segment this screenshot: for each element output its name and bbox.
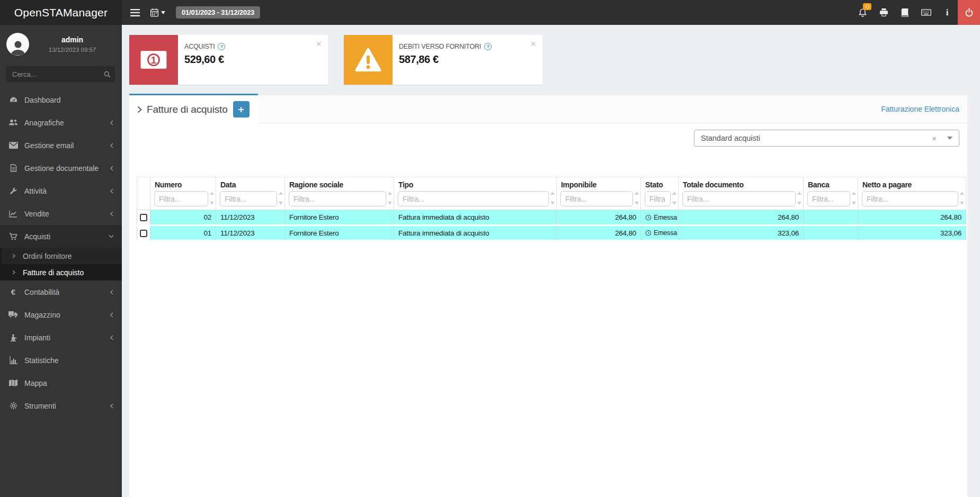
sidebar-item-anagrafiche[interactable]: Anagrafiche <box>0 111 122 134</box>
sidebar-item-acquisti[interactable]: Acquisti <box>0 225 122 248</box>
printer-icon <box>879 8 888 17</box>
sidebar-menu: Dashboard Anagrafiche Gestione email Ges… <box>0 88 122 417</box>
sort-arrows-icon <box>672 192 676 205</box>
chevron-left-icon <box>109 403 114 409</box>
filter-input-imponibile[interactable] <box>560 191 633 206</box>
document-icon <box>8 164 19 172</box>
sidebar-item-label: Contabilità <box>24 288 59 296</box>
cell-stato: Emessa <box>641 225 679 241</box>
sort-arrows-icon <box>960 192 964 205</box>
row-checkbox[interactable] <box>140 214 147 221</box>
sidebar-item-magazzino[interactable]: Magazzino <box>0 303 122 326</box>
gear-icon <box>8 402 19 410</box>
tab-fatture-di-acquisto[interactable]: Fatture di acquisto + <box>129 94 258 123</box>
sidebar-item-mappa[interactable]: Mappa <box>0 372 122 394</box>
search-icon <box>104 70 111 80</box>
sidebar-subitem-ordini-fornitore[interactable]: Ordini fornitore <box>2 248 122 264</box>
filter-input-banca[interactable] <box>807 191 850 206</box>
sort-arrows-icon <box>388 192 392 205</box>
page-title: Fatture di acquisto <box>147 104 228 115</box>
book-icon <box>901 8 909 17</box>
row-checkbox[interactable] <box>140 230 147 237</box>
map-icon <box>8 379 19 386</box>
chevron-left-icon <box>109 143 114 148</box>
column-header-stato[interactable]: Stato <box>641 177 679 210</box>
euro-icon: € <box>8 287 19 296</box>
sidebar-item-label: Gestione email <box>24 141 74 150</box>
chevron-left-icon <box>109 120 114 125</box>
shortcuts-button[interactable] <box>915 0 937 25</box>
sidebar-subitem-fatture-di-acquisto[interactable]: Fatture di acquisto <box>2 264 122 281</box>
sidebar-item-attivita[interactable]: Attività <box>0 179 122 202</box>
add-invoice-button[interactable]: + <box>233 101 250 118</box>
logout-button[interactable] <box>958 0 980 25</box>
date-range-badge[interactable]: 01/01/2023 - 31/12/2023 <box>176 6 260 19</box>
docs-button[interactable] <box>894 0 915 25</box>
filter-input-stato[interactable] <box>645 191 671 206</box>
sidebar-item-statistiche[interactable]: Statistiche <box>0 349 122 372</box>
sidebar-item-gestione-email[interactable]: Gestione email <box>0 134 122 157</box>
sort-arrows-icon <box>210 192 214 205</box>
filter-input-totale-documento[interactable] <box>682 191 796 206</box>
chevron-left-icon <box>109 166 114 171</box>
table-row[interactable]: 01 11/12/2023 Fornitore Estero Fattura i… <box>137 225 966 241</box>
user-panel: admin 13/12/2023 09:57 <box>0 25 122 61</box>
fatturazione-elettronica-link[interactable]: Fatturazione Elettronica <box>881 105 959 113</box>
close-icon[interactable]: × <box>530 39 536 49</box>
column-header-totale-documento[interactable]: Totale documento <box>679 177 804 210</box>
column-header-numero[interactable]: Numero <box>150 177 216 210</box>
column-header-tipo[interactable]: Tipo <box>394 177 557 210</box>
column-header-netto-a-pagare[interactable]: Netto a pagare <box>858 177 966 210</box>
column-header-imponibile[interactable]: Imponibile <box>557 177 641 210</box>
clear-icon[interactable]: × <box>932 134 937 143</box>
cell-banca <box>804 225 858 241</box>
sidebar-search-input[interactable] <box>6 66 115 82</box>
cell-stato: Emessa <box>641 210 679 225</box>
close-icon[interactable]: × <box>316 39 322 49</box>
sort-arrows-icon <box>852 192 856 205</box>
money-bill-icon: 1 <box>129 35 178 85</box>
notifications-button[interactable] <box>852 0 873 25</box>
table-row[interactable]: 02 11/12/2023 Fornitore Estero Fattura i… <box>137 210 966 225</box>
column-header-banca[interactable]: Banca <box>804 177 858 210</box>
help-icon[interactable]: ? <box>484 43 492 50</box>
calendar-dropdown-button[interactable] <box>150 8 165 17</box>
infobox-title: ACQUISTI <box>184 43 215 50</box>
filter-input-netto-a-pagare[interactable] <box>862 191 958 206</box>
info-button[interactable]: i <box>937 0 958 25</box>
sidebar-toggle-button[interactable] <box>130 9 140 16</box>
sidebar-item-label: Anagrafiche <box>24 119 64 127</box>
hamburger-icon <box>130 9 140 16</box>
truck-icon <box>8 311 19 318</box>
svg-text:1: 1 <box>151 55 156 66</box>
column-header-ragione-sociale[interactable]: Ragione sociale <box>285 177 394 210</box>
filter-input-tipo[interactable] <box>398 191 549 206</box>
sidebar-item-vendite[interactable]: Vendite <box>0 202 122 225</box>
sort-arrows-icon <box>797 192 801 205</box>
sidebar-item-gestione-documentale[interactable]: Gestione documentale <box>0 157 122 179</box>
print-button[interactable] <box>873 0 894 25</box>
filter-input-numero[interactable] <box>154 191 208 206</box>
clock-icon <box>645 214 652 221</box>
user-name: admin <box>29 35 115 44</box>
caret-down-icon <box>161 11 165 14</box>
keyboard-icon <box>921 9 931 16</box>
filter-input-ragione-sociale[interactable] <box>289 191 386 206</box>
sort-arrows-icon <box>279 192 283 205</box>
column-header-data[interactable]: Data <box>216 177 285 210</box>
filter-input-data[interactable] <box>220 191 277 206</box>
cell-totale-documento: 323,06 <box>679 225 804 241</box>
cell-tipo: Fattura immediata di acquisto <box>394 225 557 241</box>
chart-line-icon <box>8 210 19 218</box>
plugin-select[interactable]: Standard acquisti × <box>694 130 959 147</box>
sidebar-item-impianti[interactable]: Impianti <box>0 326 122 349</box>
sidebar-item-strumenti[interactable]: Strumenti <box>0 394 122 417</box>
sidebar-item-label: Magazzino <box>24 311 60 319</box>
help-icon[interactable]: ? <box>218 43 225 50</box>
sidebar-item-contabilita[interactable]: € Contabilità <box>0 281 122 303</box>
plugin-select-value: Standard acquisti <box>701 134 760 142</box>
wrench-icon <box>8 187 19 195</box>
sidebar-item-label: Attività <box>24 187 47 195</box>
caret-down-icon <box>947 137 952 140</box>
sidebar-item-dashboard[interactable]: Dashboard <box>0 88 122 111</box>
